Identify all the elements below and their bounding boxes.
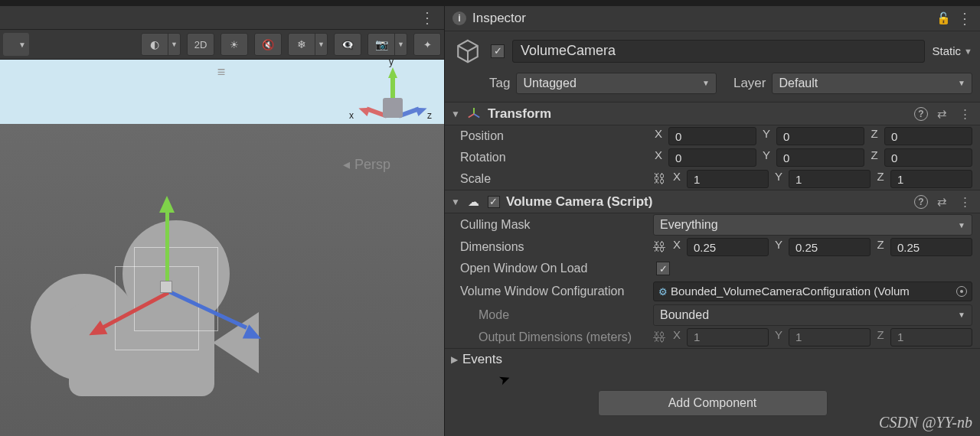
orientation-gizmo[interactable]: y x z [352,67,429,144]
rotation-label[interactable]: Rotation [452,151,648,164]
lighting-toggle-button[interactable]: ☀ [220,33,248,56]
main-area: ⋮ ▼ ◐▼ 2D ☀ 🔇 ❄▼ 👁‍🗨 📷▼ ✦ ≡ y x z [0,6,980,436]
preset-icon[interactable]: ⇄ [934,107,950,121]
2d-toggle-button[interactable]: 2D [187,33,214,56]
eye-off-icon: 👁‍🗨 [341,39,354,50]
component-context-menu-icon[interactable]: ⋮ [956,107,974,121]
light-icon: ☀ [230,39,239,50]
x-label[interactable]: X [653,148,664,167]
rotation-row: Rotation X0 Y0 Z0 [445,147,980,168]
scene-toolbar: ▼ ◐▼ 2D ☀ 🔇 ❄▼ 👁‍🗨 📷▼ ✦ [0,29,444,60]
scale-y-field[interactable]: 1 [789,170,871,188]
rotation-y-field[interactable]: 0 [776,148,864,167]
rotation-z-field[interactable]: 0 [884,148,972,167]
caret-down-icon: ▼ [964,47,972,56]
perspective-label[interactable]: Persp [343,156,390,173]
tag-dropdown[interactable]: Untagged▼ [516,73,717,94]
foldout-open-icon[interactable]: ▼ [451,197,460,207]
object-picker-icon[interactable] [956,286,967,297]
x-label: X [671,328,682,347]
transform-component-header[interactable]: ▼ Transform ? ⇄ ⋮ [445,102,980,125]
z-label[interactable]: Z [875,170,886,188]
link-off-icon[interactable]: ⛓ [653,240,665,254]
dimensions-y-field[interactable]: 0.25 [789,238,871,256]
help-icon[interactable]: ? [914,107,928,121]
z-label: Z [875,328,886,347]
gameobject-icon[interactable] [452,36,483,67]
scene-tab-row: ⋮ [0,6,444,29]
z-label[interactable]: Z [875,238,886,256]
dimensions-label[interactable]: Dimensions [452,240,648,254]
layer-dropdown[interactable]: Default▼ [772,73,972,94]
open-window-checkbox[interactable] [656,262,670,275]
preset-icon[interactable]: ⇄ [934,195,950,209]
layer-value: Default [779,76,818,90]
output-dimensions-row: Output Dimensions (meters) ⛓ X1 Y1 Z1 [445,327,980,348]
scene-context-menu-icon[interactable]: ⋮ [420,8,435,27]
add-component-button[interactable]: Add Component [598,390,828,416]
hidden-toggle-button[interactable]: 👁‍🗨 [334,33,361,56]
drag-handle-icon[interactable]: ≡ [217,64,227,80]
inspector-context-menu-icon[interactable]: ⋮ [957,9,972,28]
tool-dropdown[interactable]: ▼ [3,33,29,56]
gizmo-toggle-button[interactable]: ✦ [413,33,441,56]
mode-value: Bounded [660,308,709,322]
volume-camera-component-header[interactable]: ▼ ☁ Volume Camera (Script) ? ⇄ ⋮ [445,190,980,213]
output-dimensions-label: Output Dimensions (meters) [452,330,648,344]
link-icon[interactable]: ⛓ [653,172,665,186]
foldout-closed-icon[interactable]: ▶ [451,354,458,365]
config-row: Volume Window Configuration ⚙Bounded_Vol… [445,279,980,303]
y-label[interactable]: Y [773,170,784,188]
camera-icon: 📷 [368,38,394,50]
open-window-label[interactable]: Open Window On Load [452,262,648,275]
position-x-field[interactable]: 0 [668,127,756,145]
culling-mask-label[interactable]: Culling Mask ➤ [452,218,648,232]
inspector-header: i Inspector 🔓 ⋮ [445,6,980,31]
axis-y-label: y [389,60,394,67]
z-label[interactable]: Z [869,127,880,145]
y-label: Y [773,328,784,347]
events-label: Events [462,352,502,367]
rotation-x-field[interactable]: 0 [668,148,756,167]
mode-dropdown: Bounded▼ [653,304,972,326]
y-label[interactable]: Y [761,148,772,167]
culling-mask-dropdown[interactable]: Everything▼ [653,214,972,236]
x-label[interactable]: X [671,238,682,256]
audio-toggle-button[interactable]: 🔇 [254,33,282,56]
component-context-menu-icon[interactable]: ⋮ [956,195,974,209]
x-label[interactable]: X [653,127,664,145]
position-z-field[interactable]: 0 [884,127,972,145]
draw-mode-button[interactable]: ◐▼ [141,33,181,56]
dimensions-x-field[interactable]: 0.25 [687,238,769,256]
caret-down-icon: ▼ [315,34,327,55]
gameobject-name-field[interactable]: VolumeCamera [512,40,925,63]
config-object-field[interactable]: ⚙Bounded_VolumeCameraConfiguration (Volu… [653,281,972,301]
x-label[interactable]: X [671,170,682,188]
position-y-field[interactable]: 0 [776,127,864,145]
scale-z-field[interactable]: 1 [890,170,972,188]
help-icon[interactable]: ? [914,195,928,209]
config-label[interactable]: Volume Window Configuration [452,285,648,298]
events-foldout[interactable]: ▶ Events [445,348,980,370]
y-label[interactable]: Y [773,238,784,256]
gameobject-enable-checkbox[interactable] [491,44,505,58]
y-label[interactable]: Y [761,127,772,145]
axis-z-label: z [427,110,432,121]
fx-toggle-button[interactable]: ❄▼ [288,33,328,56]
z-label[interactable]: Z [869,148,880,167]
scale-x-field[interactable]: 1 [687,170,769,188]
static-dropdown[interactable]: Static ▼ [933,44,972,57]
dimensions-z-field[interactable]: 0.25 [890,238,972,256]
component-enable-checkbox[interactable] [488,196,500,208]
position-label[interactable]: Position [452,129,648,143]
foldout-open-icon[interactable]: ▼ [451,109,460,119]
layer-label: Layer [733,76,766,91]
culling-mask-value: Everything [660,218,718,232]
static-label: Static [933,44,962,57]
lock-icon[interactable]: 🔓 [936,11,951,25]
scene-viewport[interactable]: ≡ y x z Persp [0,60,444,436]
shaded-icon: ◐ [142,38,168,50]
scale-label[interactable]: Scale [452,172,648,186]
camera-toggle-button[interactable]: 📷▼ [368,33,407,56]
caret-down-icon: ▼ [18,41,26,49]
